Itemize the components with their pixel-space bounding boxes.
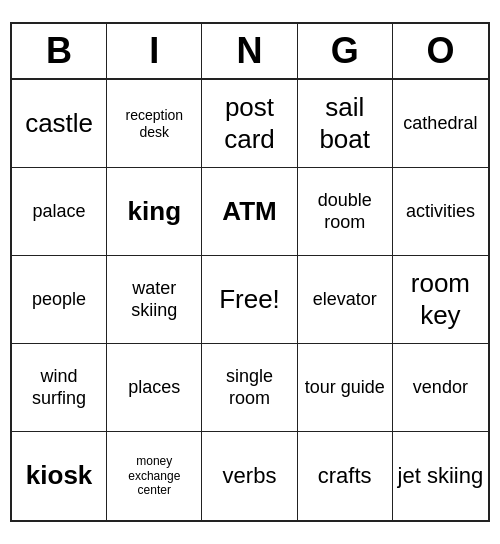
bingo-cell: kiosk [12, 432, 107, 520]
bingo-header: BINGO [12, 24, 488, 80]
cell-label: king [128, 196, 181, 227]
bingo-cell: vendor [393, 344, 488, 432]
cell-label: kiosk [26, 460, 93, 491]
cell-label: room key [397, 268, 484, 330]
cell-label: crafts [318, 463, 372, 489]
cell-label: places [128, 377, 180, 399]
cell-label: jet skiing [398, 463, 484, 489]
bingo-cell: double room [298, 168, 393, 256]
bingo-cell: Free! [202, 256, 297, 344]
cell-label: verbs [223, 463, 277, 489]
cell-label: tour guide [305, 377, 385, 399]
cell-label: palace [33, 201, 86, 223]
bingo-cell: crafts [298, 432, 393, 520]
cell-label: activities [406, 201, 475, 223]
bingo-cell: single room [202, 344, 297, 432]
bingo-cell: reception desk [107, 80, 202, 168]
bingo-cell: room key [393, 256, 488, 344]
cell-label: cathedral [403, 113, 477, 135]
cell-label: single room [206, 366, 292, 409]
bingo-cell: castle [12, 80, 107, 168]
bingo-cell: people [12, 256, 107, 344]
cell-label: vendor [413, 377, 468, 399]
bingo-cell: places [107, 344, 202, 432]
header-letter: B [12, 24, 107, 78]
cell-label: double room [302, 190, 388, 233]
cell-label: water skiing [111, 278, 197, 321]
cell-label: post card [206, 92, 292, 154]
cell-label: castle [25, 108, 93, 139]
bingo-card: BINGO castlereception deskpost cardsail … [10, 22, 490, 522]
header-letter: O [393, 24, 488, 78]
bingo-cell: ATM [202, 168, 297, 256]
header-letter: N [202, 24, 297, 78]
bingo-cell: money exchange center [107, 432, 202, 520]
cell-label: sail boat [302, 92, 388, 154]
bingo-cell: post card [202, 80, 297, 168]
bingo-cell: water skiing [107, 256, 202, 344]
bingo-cell: cathedral [393, 80, 488, 168]
cell-label: Free! [219, 284, 280, 315]
cell-label: money exchange center [111, 454, 197, 497]
bingo-cell: wind surfing [12, 344, 107, 432]
bingo-cell: elevator [298, 256, 393, 344]
cell-label: reception desk [111, 107, 197, 141]
bingo-cell: sail boat [298, 80, 393, 168]
bingo-cell: jet skiing [393, 432, 488, 520]
bingo-cell: tour guide [298, 344, 393, 432]
cell-label: elevator [313, 289, 377, 311]
cell-label: people [32, 289, 86, 311]
cell-label: ATM [222, 196, 276, 227]
bingo-cell: king [107, 168, 202, 256]
bingo-grid: castlereception deskpost cardsail boatca… [12, 80, 488, 520]
cell-label: wind surfing [16, 366, 102, 409]
bingo-cell: palace [12, 168, 107, 256]
header-letter: I [107, 24, 202, 78]
bingo-cell: verbs [202, 432, 297, 520]
header-letter: G [298, 24, 393, 78]
bingo-cell: activities [393, 168, 488, 256]
